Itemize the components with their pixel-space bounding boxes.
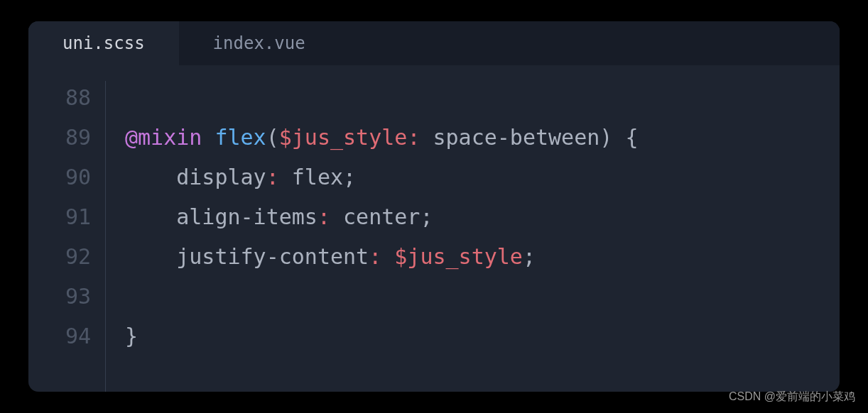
line-number-gutter: 88 89 90 91 92 93 94 xyxy=(28,78,105,392)
token-property: align-items xyxy=(176,204,318,229)
line-number: 90 xyxy=(28,158,91,197)
token-function: flex xyxy=(215,125,266,150)
code-line-88 xyxy=(125,78,840,118)
token-property: justify-content xyxy=(176,244,369,269)
token-colon: : xyxy=(407,125,420,150)
token-value: center xyxy=(330,204,420,229)
code-line-91: align-items: center; xyxy=(125,197,840,237)
code-line-92: justify-content: $jus_style; xyxy=(125,237,840,277)
token-brace: } xyxy=(125,324,138,348)
line-number: 93 xyxy=(28,277,91,316)
token-punct: ) xyxy=(600,125,612,150)
code-line-94: } xyxy=(125,316,840,356)
watermark: CSDN @爱前端的小菜鸡 xyxy=(729,390,855,404)
code-line-90: display: flex; xyxy=(125,158,840,197)
code-content[interactable]: @mixin flex($jus_style: space-between) {… xyxy=(125,78,840,392)
editor-window: uni.scss index.vue 88 89 90 91 92 93 94 … xyxy=(28,21,840,392)
code-line-93 xyxy=(125,277,840,316)
token-punct: ( xyxy=(266,125,279,150)
tab-uni-scss[interactable]: uni.scss xyxy=(28,21,179,65)
tab-label: index.vue xyxy=(213,33,305,53)
line-number: 89 xyxy=(28,118,91,158)
token-keyword: @mixin xyxy=(125,125,202,150)
token-colon: : xyxy=(318,204,330,229)
indent-guide xyxy=(105,78,125,392)
token-semi: ; xyxy=(420,204,433,229)
token-variable: $jus_style xyxy=(279,125,408,150)
line-number: 88 xyxy=(28,78,91,118)
token-colon: : xyxy=(266,165,279,189)
token-variable: $jus_style xyxy=(381,244,523,269)
token-semi: ; xyxy=(523,244,536,269)
token-value: space-between xyxy=(420,125,600,150)
token-semi: ; xyxy=(343,165,356,189)
tab-index-vue[interactable]: index.vue xyxy=(179,21,340,65)
token-property: display xyxy=(176,165,266,189)
code-area[interactable]: 88 89 90 91 92 93 94 @mixin flex($jus_st… xyxy=(28,65,840,392)
line-number: 91 xyxy=(28,197,91,237)
line-number: 94 xyxy=(28,316,91,356)
tab-label: uni.scss xyxy=(63,33,145,53)
code-line-89: @mixin flex($jus_style: space-between) { xyxy=(125,118,840,158)
token-brace: { xyxy=(612,125,638,150)
token-colon: : xyxy=(369,244,381,269)
line-number: 92 xyxy=(28,237,91,277)
token-value: flex xyxy=(279,165,343,189)
tab-bar: uni.scss index.vue xyxy=(28,21,840,65)
